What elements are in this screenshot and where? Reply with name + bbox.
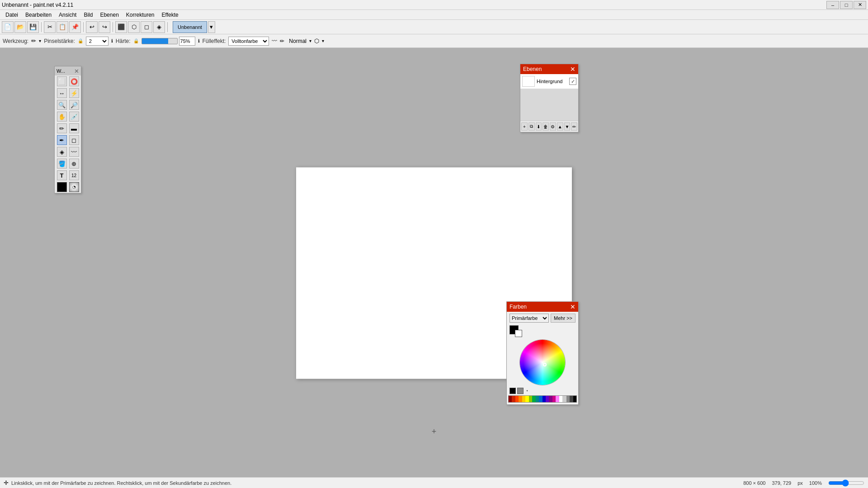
toolbox-panel: W... ✕ ⬜ ⭕ ↔ ⚡ 🔍 🔎 ✋ 💉 ✏ ▬ ✒ ◻ ◈	[54, 66, 81, 193]
layer-move-down-button[interactable]: ▼	[564, 122, 571, 131]
invert-button[interactable]: ◈	[153, 21, 165, 33]
new-button[interactable]: 📄	[2, 21, 14, 33]
haerte-slider-track[interactable]	[142, 38, 178, 44]
palette-color-3[interactable]	[515, 396, 519, 402]
palette-color-2[interactable]	[512, 396, 515, 402]
crop-button[interactable]: ⬛	[115, 21, 127, 33]
layer-add-button[interactable]: +	[521, 122, 528, 131]
canvas-area[interactable]: +	[0, 48, 868, 477]
move-tool[interactable]: ↔	[57, 88, 67, 98]
toolbox-header[interactable]: W... ✕	[55, 66, 81, 75]
copy-button[interactable]: 📋	[57, 21, 68, 33]
save-button[interactable]: 💾	[27, 21, 39, 33]
select-all-button[interactable]: ⬡	[128, 21, 140, 33]
palette-color-18[interactable]	[566, 396, 570, 402]
menu-bild[interactable]: Bild	[80, 11, 96, 19]
palette-color-17[interactable]	[563, 396, 566, 402]
palette-color-14[interactable]	[552, 396, 556, 402]
color-palette[interactable]	[508, 395, 577, 403]
layer-visibility-check[interactable]: ✓	[569, 78, 576, 85]
palette-color-1[interactable]	[509, 396, 512, 402]
palette-color-19[interactable]	[570, 396, 573, 402]
primary-color-swatch[interactable]	[57, 182, 67, 192]
toolbox-close-button[interactable]: ✕	[74, 68, 79, 74]
tool-row-2: ↔ ⚡	[55, 87, 81, 99]
fuelleffekt-select[interactable]: Volltonfarbe	[228, 37, 269, 46]
pan-tool[interactable]: ✋	[57, 112, 67, 122]
rectangle-tool[interactable]: ▬	[69, 123, 79, 133]
zoom-out-tool[interactable]: 🔎	[69, 100, 79, 110]
layer-item-background[interactable]: Hintergrund ✓	[520, 74, 578, 89]
palette-color-20[interactable]	[573, 396, 576, 402]
tool-icon: ✏	[31, 38, 36, 44]
more-colors-button[interactable]: Mehr >>	[551, 314, 576, 323]
num-tool[interactable]: 12	[69, 170, 79, 180]
black-swatch[interactable]	[509, 388, 516, 394]
undo-button[interactable]: ↩	[86, 21, 98, 33]
redo-button[interactable]: ↪	[99, 21, 110, 33]
tab-dropdown-button[interactable]: ▾	[208, 21, 215, 33]
werkzeug-label: Werkzeug:	[3, 38, 28, 44]
cut-button[interactable]: ✂	[44, 21, 56, 33]
eraser-tool[interactable]: ◻	[69, 135, 79, 145]
palette-color-13[interactable]	[549, 396, 552, 402]
lasso-tool[interactable]: ⭕	[69, 76, 79, 86]
haerte-input[interactable]	[179, 37, 195, 46]
zoom-tool[interactable]: 🔍	[57, 100, 67, 110]
history-brush-tool[interactable]: ◈	[57, 147, 67, 157]
maximize-button[interactable]: □	[840, 1, 853, 9]
deselect-button[interactable]: ◻	[141, 21, 152, 33]
palette-color-12[interactable]	[546, 396, 549, 402]
zoom-slider[interactable]	[828, 480, 864, 486]
palette-color-9[interactable]	[536, 396, 539, 402]
palette-color-16[interactable]	[559, 396, 563, 402]
color-mode-select[interactable]: Primärfarbe	[509, 314, 549, 323]
tool-row-10: ◔	[55, 181, 81, 193]
tool-row-6: ✒ ◻	[55, 134, 81, 146]
pinselstaerke-select[interactable]: 248	[86, 37, 108, 46]
layer-duplicate-button[interactable]: ⧉	[528, 122, 535, 131]
gray-swatch[interactable]	[517, 388, 524, 394]
layers-close-button[interactable]: ✕	[570, 66, 576, 73]
colors-close-button[interactable]: ✕	[570, 303, 576, 310]
eyedropper-tool[interactable]: 💉	[69, 112, 79, 122]
palette-color-7[interactable]	[529, 396, 532, 402]
layer-props-button[interactable]: ⚙	[550, 122, 556, 131]
paste-button[interactable]: 📌	[69, 21, 81, 33]
palette-color-15[interactable]	[556, 396, 559, 402]
menu-korrekturen[interactable]: Korrekturen	[123, 11, 158, 19]
color-wheel[interactable]	[520, 340, 565, 385]
palette-color-11[interactable]	[542, 396, 546, 402]
palette-color-10[interactable]	[539, 396, 542, 402]
palette-color-4[interactable]	[519, 396, 522, 402]
color-wheel-container[interactable]	[507, 338, 578, 387]
menu-ansicht[interactable]: Ansicht	[55, 11, 80, 19]
active-tab[interactable]: Unbenannt	[173, 21, 207, 33]
menu-bearbeiten[interactable]: Bearbeiten	[22, 11, 55, 19]
palette-color-5[interactable]	[522, 396, 525, 402]
layer-move-up-button[interactable]: ▲	[557, 122, 563, 131]
smudge-tool[interactable]: 〰	[69, 147, 79, 157]
minimize-button[interactable]: –	[826, 1, 839, 9]
menu-effekte[interactable]: Effekte	[158, 11, 182, 19]
clone-tool[interactable]: ⊕	[69, 159, 79, 169]
palette-color-6[interactable]	[525, 396, 528, 402]
magic-wand-tool[interactable]: ⚡	[69, 88, 79, 98]
layer-merge-button[interactable]: ⬇	[536, 122, 542, 131]
pencil-tool[interactable]: ✏	[57, 123, 67, 133]
layer-eye-button[interactable]: ✏	[571, 122, 577, 131]
palette-color-8[interactable]	[532, 396, 535, 402]
text-tool[interactable]: T	[57, 170, 67, 180]
haerte-slider-wrap[interactable]	[142, 37, 195, 46]
close-button[interactable]: ✕	[854, 1, 866, 9]
menu-datei[interactable]: Datei	[2, 11, 22, 19]
secondary-color-preview[interactable]	[515, 330, 522, 337]
paint-bucket-tool[interactable]: 🪣	[57, 159, 67, 169]
menu-ebenen[interactable]: Ebenen	[96, 11, 122, 19]
rect-select-tool[interactable]: ⬜	[57, 76, 67, 86]
secondary-color-swatch[interactable]: ◔	[69, 182, 79, 192]
layer-delete-button[interactable]: 🗑	[542, 122, 549, 131]
brush-tool-active[interactable]: ✒	[57, 135, 67, 145]
open-button[interactable]: 📂	[14, 21, 26, 33]
pinsel-info-icon: ℹ	[111, 38, 113, 43]
